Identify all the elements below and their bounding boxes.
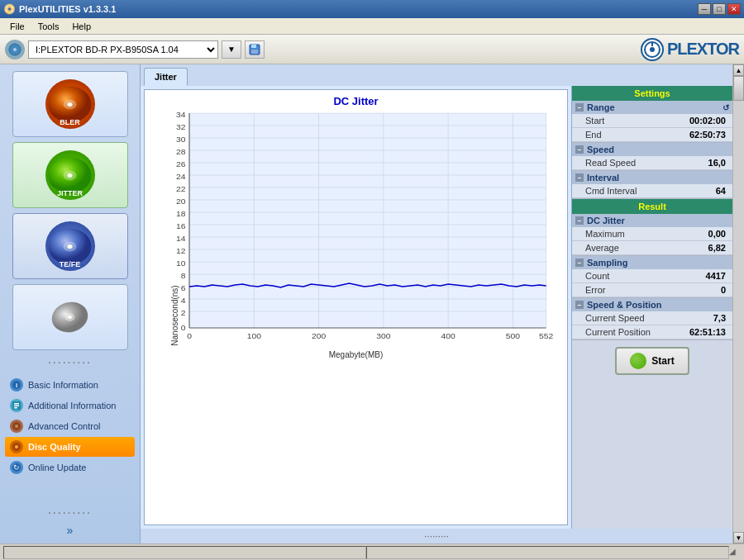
interval-collapse[interactable]: − — [575, 173, 584, 182]
current-speed-value: 7,3 — [713, 313, 726, 323]
scroll-thumb[interactable] — [733, 76, 744, 101]
result-header: Result — [572, 199, 732, 214]
svg-rect-4 — [251, 50, 258, 54]
dropdown-button[interactable]: ▼ — [222, 40, 241, 59]
sidebar-item-additional-information[interactable]: Additional Information — [5, 396, 135, 415]
sidebar-item-disc-quality[interactable]: Disc Quality — [5, 437, 135, 457]
svg-text:22: 22 — [176, 185, 186, 193]
scroll-up[interactable]: ▲ — [733, 64, 744, 76]
chart: DC Jitter Nanosecond(ns) — [144, 89, 568, 525]
svg-text:18: 18 — [176, 210, 186, 218]
scroll-down[interactable]: ▼ — [733, 532, 744, 543]
error-label: Error — [585, 285, 605, 295]
speed-label: Speed — [587, 145, 614, 154]
additional-info-icon — [10, 399, 23, 412]
expand-arrow[interactable]: » — [3, 522, 136, 539]
end-label: End — [585, 130, 602, 140]
error-value: 0 — [721, 285, 726, 295]
sampling-error-row: Error 0 — [572, 283, 732, 297]
svg-text:552: 552 — [539, 332, 553, 340]
start-label: Start — [585, 116, 604, 126]
svg-text:10: 10 — [176, 259, 186, 268]
sidebar-nav: i Basic Information Additional Informati… — [3, 372, 136, 502]
chart-container: DC Jitter Nanosecond(ns) — [141, 86, 571, 529]
interval-section: − Interval Cmd Interval 64 — [572, 171, 732, 199]
menubar: File Tools Help — [0, 18, 744, 35]
svg-rect-3 — [251, 45, 256, 48]
minimize-button[interactable]: ─ — [698, 3, 711, 15]
current-pos-value: 62:51:13 — [689, 327, 726, 337]
dc-jitter-max-label: Maximum — [585, 229, 625, 239]
svg-point-14 — [68, 173, 73, 178]
speed-collapse[interactable]: − — [575, 145, 584, 154]
range-start-row: Start 00:02:00 — [572, 114, 732, 128]
start-button[interactable]: Start — [615, 347, 689, 375]
content-area: Jitter DC Jitter Nanosecond(ns) — [141, 64, 732, 543]
tefe-button[interactable]: TE/FE — [12, 213, 128, 279]
range-section: − Range ↺ Start 00:02:00 End 62:50:73 — [572, 101, 732, 143]
speed-pos-collapse[interactable]: − — [575, 301, 584, 309]
svg-text:BLER: BLER — [60, 118, 80, 126]
svg-text:500: 500 — [506, 332, 521, 340]
nav-dots-top: ········· — [3, 354, 136, 370]
sampling-section-header: − Sampling — [572, 256, 732, 269]
dc-jitter-label: DC Jitter — [587, 216, 625, 225]
tab-jitter[interactable]: Jitter — [144, 68, 188, 86]
sampling-count-row: Count 4417 — [572, 269, 732, 283]
save-button[interactable] — [245, 40, 265, 59]
maximize-button[interactable]: □ — [713, 3, 726, 15]
dc-jitter-avg-label: Average — [585, 243, 619, 253]
current-speed-row: Current Speed 7,3 — [572, 311, 732, 325]
interval-label: Interval — [587, 173, 619, 183]
svg-rect-35 — [189, 113, 546, 328]
menu-help[interactable]: Help — [65, 20, 98, 33]
cmd-interval-label: Cmd Interval — [585, 186, 637, 196]
drive-select[interactable]: I:PLEXTOR BD-R PX-B950SA 1.04 — [28, 40, 218, 59]
jitter-button[interactable]: JITTER — [12, 142, 128, 208]
bler-disc-icon: BLER — [45, 79, 95, 129]
basic-info-icon: i — [10, 378, 23, 392]
close-button[interactable]: ✕ — [727, 3, 741, 15]
start-icon — [630, 353, 646, 369]
sidebar-item-basic-information[interactable]: i Basic Information — [5, 375, 135, 395]
dc-jitter-avg-row: Average 6,82 — [572, 241, 732, 255]
sampling-collapse[interactable]: − — [575, 259, 584, 267]
read-speed-row: Read Speed 16,0 — [572, 156, 732, 170]
basic-info-label: Basic Information — [28, 380, 98, 390]
dc-jitter-collapse[interactable]: − — [575, 216, 584, 225]
chart-svg: 0 2 4 6 8 10 12 14 16 18 20 — [151, 109, 560, 349]
current-pos-label: Current Position — [585, 327, 651, 337]
bler-button[interactable]: BLER — [12, 71, 128, 137]
sampling-label: Sampling — [587, 258, 628, 268]
titlebar-controls: ─ □ ✕ — [698, 3, 741, 15]
right-scrollbar: ▲ ▼ — [732, 64, 744, 543]
titlebar-title: 📀 PlexUTILITIES v1.3.3.1 — [3, 3, 116, 15]
svg-point-18 — [68, 244, 73, 249]
jitter-disc-icon: JITTER — [45, 150, 95, 200]
svg-text:i: i — [16, 382, 17, 389]
dc-jitter-section: − DC Jitter Maximum 0,00 Average 6,82 — [572, 214, 732, 256]
nav-dots-bottom: ········· — [3, 504, 136, 520]
tefe-disc-icon: TE/FE — [45, 221, 95, 271]
titlebar: 📀 PlexUTILITIES v1.3.3.1 ─ □ ✕ — [0, 0, 744, 18]
content-bottom-dots: ········· — [141, 529, 732, 543]
range-collapse[interactable]: − — [575, 103, 584, 112]
scroll-track — [733, 76, 744, 532]
svg-point-10 — [68, 102, 73, 107]
svg-point-22 — [68, 316, 72, 319]
svg-text:TE/FE: TE/FE — [60, 260, 81, 268]
range-end-row: End 62:50:73 — [572, 128, 732, 142]
svg-text:↻: ↻ — [13, 463, 20, 472]
menu-file[interactable]: File — [3, 20, 31, 33]
sidebar-item-online-update[interactable]: ↻ Online Update — [5, 458, 135, 477]
status-panel-right — [366, 546, 729, 559]
scan-disc-icon — [47, 294, 93, 341]
scan-button[interactable] — [12, 284, 128, 350]
speed-position-section: − Speed & Position Current Speed 7,3 Cur… — [572, 298, 732, 340]
read-speed-value: 16,0 — [708, 158, 726, 168]
menu-tools[interactable]: Tools — [31, 20, 66, 33]
sidebar-item-advanced-control[interactable]: Advanced Control — [5, 416, 135, 436]
sampling-section: − Sampling Count 4417 Error 0 — [572, 256, 732, 298]
range-reset[interactable]: ↺ — [723, 103, 729, 112]
speed-section: − Speed Read Speed 16,0 — [572, 143, 732, 171]
